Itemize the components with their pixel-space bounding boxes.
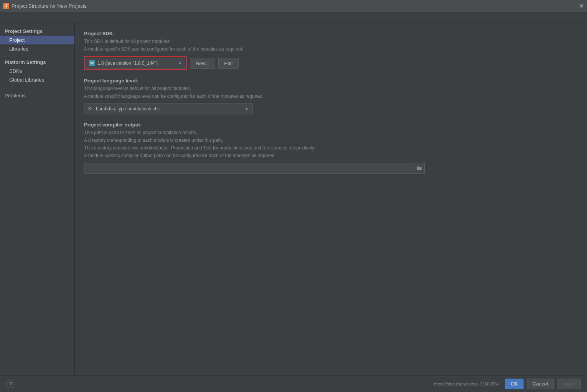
- sdk-edit-button[interactable]: Edit: [218, 58, 238, 69]
- sdk-desc1: This SDK is default for all project modu…: [84, 38, 578, 45]
- language-dropdown-arrow: ▼: [245, 107, 249, 111]
- sidebar-item-global-libraries[interactable]: Global Libraries: [0, 75, 74, 84]
- svg-rect-2: [91, 63, 92, 64]
- forward-arrow[interactable]: →: [11, 15, 16, 21]
- compiler-heading: Project compiler output:: [84, 122, 578, 128]
- svg-rect-5: [417, 166, 419, 167]
- lang-desc1: This language level is default for all p…: [84, 85, 578, 92]
- status-text: https://blog.csdn.net/qq_33500554: [434, 382, 499, 386]
- content-panel: Project SDK: This SDK is default for all…: [75, 23, 587, 375]
- svg-rect-1: [91, 62, 93, 63]
- sdk-heading: Project SDK:: [84, 31, 578, 36]
- title-bar-left: J Project Structure for New Projects: [3, 3, 87, 9]
- bottom-bar-left: ?: [6, 380, 15, 388]
- compiler-browse-button[interactable]: [414, 163, 425, 174]
- lang-desc2: A module specific language level can be …: [84, 93, 578, 100]
- compiler-desc1: This path is used to store all project c…: [84, 129, 578, 136]
- svg-rect-0: [90, 62, 94, 64]
- sdk-row: 1.8 (java version "1.8.0_144") ▼ New... …: [84, 56, 578, 70]
- compiler-desc2: A directory corresponding to each module…: [84, 137, 578, 144]
- cancel-button[interactable]: Cancel: [527, 379, 554, 389]
- bottom-bar-right: https://blog.csdn.net/qq_33500554 OK Can…: [434, 379, 581, 389]
- sidebar-project-settings-heading: Project Settings: [0, 26, 74, 36]
- compiler-output-input[interactable]: [84, 163, 414, 174]
- title-bar: J Project Structure for New Projects ✕: [0, 0, 587, 12]
- back-arrow[interactable]: ←: [3, 15, 8, 21]
- language-level-section: Project language level: This language le…: [84, 78, 578, 114]
- nav-arrows: ← →: [0, 12, 587, 23]
- sdk-icon: [89, 60, 95, 66]
- sdk-dropdown-text: 1.8 (java version "1.8.0_144"): [97, 61, 176, 66]
- apply-button[interactable]: Apply: [557, 379, 581, 389]
- help-button[interactable]: ?: [6, 380, 15, 388]
- close-button[interactable]: ✕: [579, 3, 584, 9]
- language-dropdown[interactable]: 8 – Lambdas, type annotations etc. ▼: [84, 103, 253, 114]
- sdk-dropdown-wrapper: 1.8 (java version "1.8.0_144") ▼: [84, 56, 187, 70]
- compiler-output-section: Project compiler output: This path is us…: [84, 122, 578, 174]
- compiler-desc3: This directory contains two subdirectori…: [84, 144, 578, 151]
- sidebar-item-sdks[interactable]: SDKs: [0, 67, 74, 75]
- lang-heading: Project language level:: [84, 78, 578, 84]
- sidebar: Project Settings Project Libraries Platf…: [0, 23, 75, 375]
- sdk-section: Project SDK: This SDK is default for all…: [84, 31, 578, 70]
- app-icon: J: [3, 3, 9, 9]
- sdk-dropdown[interactable]: 1.8 (java version "1.8.0_144") ▼: [86, 58, 185, 69]
- ok-button[interactable]: OK: [505, 379, 524, 389]
- sidebar-item-libraries[interactable]: Libraries: [0, 44, 74, 53]
- language-dropdown-text: 8 – Lambdas, type annotations etc.: [88, 106, 242, 112]
- sdk-dropdown-arrow: ▼: [178, 61, 182, 66]
- compiler-output-row: [84, 163, 578, 174]
- window-title: Project Structure for New Projects: [12, 3, 87, 9]
- sidebar-problems-heading[interactable]: Problems: [0, 90, 74, 100]
- compiler-desc4: A module specific compiler output path c…: [84, 152, 578, 159]
- sidebar-platform-settings-heading: Platform Settings: [0, 57, 74, 67]
- sdk-desc2: A module specific SDK can be configured …: [84, 46, 578, 52]
- sdk-new-button[interactable]: New...: [190, 58, 215, 69]
- sidebar-item-project[interactable]: Project: [0, 36, 74, 44]
- bottom-bar: ? https://blog.csdn.net/qq_33500554 OK C…: [0, 375, 587, 392]
- main-content: Project Settings Project Libraries Platf…: [0, 23, 587, 375]
